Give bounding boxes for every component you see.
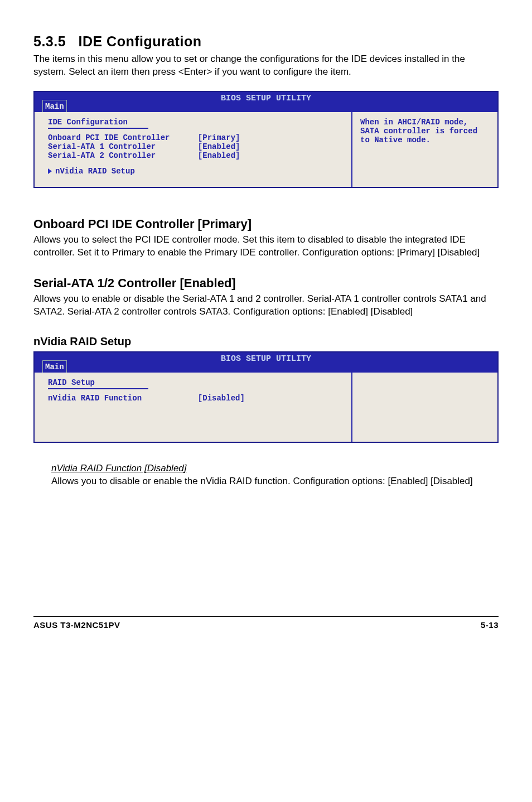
subsection-heading-serial-ata: Serial-ATA 1/2 Controller [Enabled] bbox=[33, 276, 499, 291]
raid-function-body: Allows you to disable or enable the nVid… bbox=[51, 475, 499, 488]
row-value: [Primary] bbox=[198, 133, 240, 142]
footer-product: ASUS T3-M2NC51PV bbox=[33, 620, 120, 630]
bios-row-sata1[interactable]: Serial-ATA 1 Controller [Enabled] bbox=[48, 142, 344, 151]
bios-left-pane: RAID Setup nVidia RAID Function [Disable… bbox=[35, 373, 352, 442]
subsection-heading-nvidia-raid: nVidia RAID Setup bbox=[33, 335, 499, 348]
row-value: [Disabled] bbox=[198, 394, 245, 403]
divider-line bbox=[48, 128, 148, 129]
bios-header: BIOS SETUP UTILITY Main bbox=[35, 352, 497, 373]
bios-header: BIOS SETUP UTILITY Main bbox=[35, 92, 497, 112]
bios-title: BIOS SETUP UTILITY bbox=[221, 94, 311, 103]
spacer bbox=[48, 403, 344, 434]
panel-shadow bbox=[33, 188, 499, 200]
subsection-heading-onboard-pci: Onboard PCI IDE Controller [Primary] bbox=[33, 217, 499, 231]
bios-panel-raid-setup: BIOS SETUP UTILITY Main RAID Setup nVidi… bbox=[33, 351, 499, 443]
row-value: [Enabled] bbox=[198, 151, 240, 160]
section-heading: 5.3.5 IDE Configuration bbox=[33, 33, 499, 50]
bios-tab-main[interactable]: Main bbox=[42, 100, 67, 112]
bios-row-onboard-pci-ide[interactable]: Onboard PCI IDE Controller [Primary] bbox=[48, 133, 344, 142]
row-label: Serial-ATA 1 Controller bbox=[48, 142, 156, 151]
row-label: nVidia RAID Function bbox=[48, 394, 142, 403]
subsection-body-onboard-pci: Allows you to select the PCI IDE control… bbox=[33, 234, 499, 259]
bios-help-pane: When in AHCI/RAID mode, SATA controller … bbox=[352, 112, 497, 187]
bios-body: RAID Setup nVidia RAID Function [Disable… bbox=[35, 373, 497, 442]
row-label: Onboard PCI IDE Controller bbox=[48, 133, 170, 142]
bios-left-pane: IDE Configuration Onboard PCI IDE Contro… bbox=[35, 112, 352, 187]
bios-title: BIOS SETUP UTILITY bbox=[221, 354, 311, 364]
section-intro: The items in this menu allow you to set … bbox=[33, 53, 499, 79]
section-number: 5.3.5 bbox=[33, 33, 66, 49]
bios-help-pane bbox=[352, 373, 497, 442]
row-label: Serial-ATA 2 Controller bbox=[48, 151, 156, 160]
subsection-body-serial-ata: Allows you to enable or disable the Seri… bbox=[33, 293, 499, 318]
bios-row-sata2[interactable]: Serial-ATA 2 Controller [Enabled] bbox=[48, 151, 344, 160]
triangle-right-icon bbox=[48, 168, 52, 174]
bios-pane-title: RAID Setup bbox=[48, 378, 344, 387]
bios-tab-main[interactable]: Main bbox=[42, 360, 67, 373]
submenu-label: nVidia RAID Setup bbox=[55, 167, 135, 176]
bios-row-nvidia-raid-function[interactable]: nVidia RAID Function [Disabled] bbox=[48, 394, 344, 403]
section-title: IDE Configuration bbox=[78, 33, 201, 49]
bios-pane-title: IDE Configuration bbox=[48, 118, 344, 127]
bios-panel-ide-config: BIOS SETUP UTILITY Main IDE Configuratio… bbox=[33, 91, 499, 188]
panel-shadow bbox=[33, 443, 499, 455]
footer-page-number: 5-13 bbox=[481, 620, 499, 630]
page-footer: ASUS T3-M2NC51PV 5-13 bbox=[33, 616, 499, 630]
bios-submenu-nvidia-raid[interactable]: nVidia RAID Setup bbox=[48, 167, 344, 176]
raid-function-heading: nVidia RAID Function [Disabled] bbox=[51, 463, 499, 474]
bios-body: IDE Configuration Onboard PCI IDE Contro… bbox=[35, 112, 497, 187]
row-value: [Enabled] bbox=[198, 142, 240, 151]
divider-line bbox=[48, 388, 148, 389]
